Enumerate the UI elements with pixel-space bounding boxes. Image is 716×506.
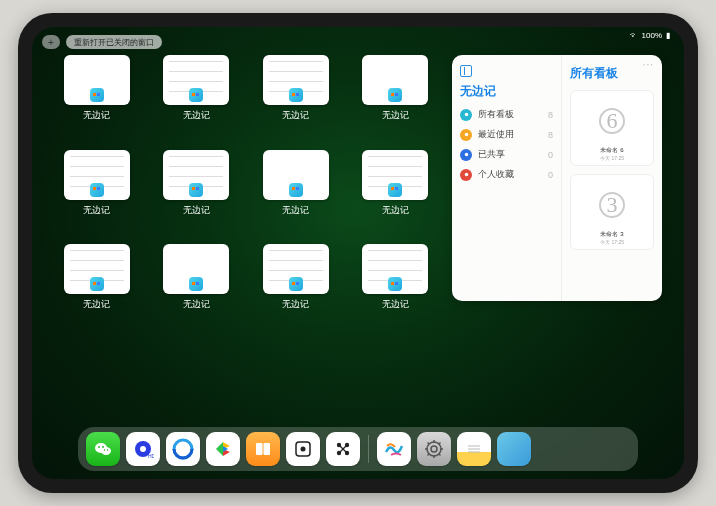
freeform-app-icon bbox=[90, 88, 104, 102]
window-thumb[interactable]: 无边记 bbox=[353, 150, 439, 235]
screen: ᯤ 100% ▮ + 重新打开已关闭的窗口 无边记无边记无边记无边记无边记无边记… bbox=[32, 27, 684, 479]
dock: HD bbox=[78, 427, 638, 471]
freeform-app-icon bbox=[289, 88, 303, 102]
svg-point-8 bbox=[104, 449, 105, 450]
board-meta: 未命名 6今天 17:25 bbox=[600, 146, 624, 161]
window-thumb[interactable]: 无边记 bbox=[154, 55, 240, 140]
freeform-app-icon bbox=[388, 183, 402, 197]
board-card[interactable]: 6未命名 6今天 17:25 bbox=[570, 90, 654, 166]
top-controls: + 重新打开已关闭的窗口 bbox=[42, 35, 162, 49]
freeform-app-icon bbox=[90, 183, 104, 197]
dice-icon[interactable] bbox=[286, 432, 320, 466]
svg-point-9 bbox=[107, 449, 108, 450]
sidebar-item-label: 所有看板 bbox=[478, 108, 514, 121]
window-preview[interactable] bbox=[362, 55, 428, 105]
notes-icon[interactable] bbox=[457, 432, 491, 466]
window-label: 无边记 bbox=[382, 204, 409, 217]
window-preview[interactable] bbox=[263, 150, 329, 200]
panel-title: 无边记 bbox=[460, 83, 553, 100]
panel-sidebar: 无边记 所有看板8最近使用8已共享0个人收藏0 bbox=[452, 55, 562, 301]
window-label: 无边记 bbox=[382, 109, 409, 122]
dock-separator bbox=[368, 435, 369, 463]
window-label: 无边记 bbox=[83, 298, 110, 311]
window-preview[interactable] bbox=[64, 55, 130, 105]
svg-point-5 bbox=[101, 447, 111, 455]
window-preview[interactable] bbox=[64, 244, 130, 294]
settings-icon[interactable] bbox=[417, 432, 451, 466]
window-preview[interactable] bbox=[64, 150, 130, 200]
reopen-closed-window-button[interactable]: 重新打开已关闭的窗口 bbox=[66, 35, 162, 49]
window-grid: 无边记无边记无边记无边记无边记无边记无边记无边记无边记无边记无边记无边记 bbox=[54, 55, 438, 423]
svg-text:HD: HD bbox=[148, 453, 154, 459]
wifi-icon: ᯤ bbox=[630, 31, 638, 40]
window-thumb[interactable]: 无边记 bbox=[253, 150, 339, 235]
wechat-icon[interactable] bbox=[86, 432, 120, 466]
sidebar-item[interactable]: 所有看板8 bbox=[460, 108, 553, 121]
freeform-app-icon bbox=[388, 277, 402, 291]
books-icon[interactable] bbox=[246, 432, 280, 466]
sidebar-item[interactable]: 个人收藏0 bbox=[460, 168, 553, 181]
sidebar-item-icon bbox=[460, 169, 472, 181]
play-icon[interactable] bbox=[206, 432, 240, 466]
window-preview[interactable] bbox=[163, 55, 229, 105]
quark-icon[interactable]: HD bbox=[126, 432, 160, 466]
window-preview[interactable] bbox=[163, 244, 229, 294]
window-preview[interactable] bbox=[362, 244, 428, 294]
freeform-app-icon bbox=[289, 277, 303, 291]
freeform-app-icon bbox=[388, 88, 402, 102]
sidebar-item[interactable]: 最近使用8 bbox=[460, 128, 553, 141]
freeform-app-icon bbox=[189, 183, 203, 197]
svg-point-26 bbox=[431, 446, 437, 452]
ipad-frame: ᯤ 100% ▮ + 重新打开已关闭的窗口 无边记无边记无边记无边记无边记无边记… bbox=[18, 13, 698, 493]
window-thumb[interactable]: 无边记 bbox=[253, 55, 339, 140]
svg-line-32 bbox=[439, 454, 441, 456]
sidebar-item-count: 8 bbox=[548, 110, 553, 120]
freeform-icon[interactable] bbox=[377, 432, 411, 466]
board-card[interactable]: 3未命名 3今天 17:25 bbox=[570, 174, 654, 250]
window-preview[interactable] bbox=[263, 55, 329, 105]
window-thumb[interactable]: 无边记 bbox=[54, 150, 140, 235]
svg-rect-16 bbox=[264, 443, 271, 455]
board-meta: 未命名 3今天 17:25 bbox=[600, 230, 624, 245]
window-thumb[interactable]: 无边记 bbox=[54, 244, 140, 329]
window-preview[interactable] bbox=[263, 244, 329, 294]
browser-icon[interactable] bbox=[166, 432, 200, 466]
connect-icon[interactable] bbox=[326, 432, 360, 466]
sidebar-item-count: 0 bbox=[548, 170, 553, 180]
window-label: 无边记 bbox=[183, 109, 210, 122]
window-thumb[interactable]: 无边记 bbox=[154, 244, 240, 329]
sidebar-toggle-icon[interactable] bbox=[460, 65, 472, 77]
sidebar-item-count: 8 bbox=[548, 130, 553, 140]
panel-right-title: 所有看板 bbox=[570, 65, 654, 82]
window-thumb[interactable]: 无边记 bbox=[353, 55, 439, 140]
window-label: 无边记 bbox=[183, 298, 210, 311]
window-preview[interactable] bbox=[163, 150, 229, 200]
svg-rect-15 bbox=[256, 443, 263, 455]
window-thumb[interactable]: 无边记 bbox=[253, 244, 339, 329]
new-window-button[interactable]: + bbox=[42, 35, 60, 49]
window-label: 无边记 bbox=[382, 298, 409, 311]
sidebar-item[interactable]: 已共享0 bbox=[460, 148, 553, 161]
svg-point-6 bbox=[98, 446, 100, 448]
window-label: 无边记 bbox=[282, 109, 309, 122]
panel-more-icon[interactable]: ··· bbox=[643, 59, 654, 70]
sidebar-item-count: 0 bbox=[548, 150, 553, 160]
board-sketch: 3 bbox=[598, 179, 626, 230]
freeform-app-icon bbox=[189, 88, 203, 102]
window-thumb[interactable]: 无边记 bbox=[154, 150, 240, 235]
freeform-app-icon bbox=[189, 277, 203, 291]
app-library-icon[interactable] bbox=[497, 432, 531, 466]
window-preview[interactable] bbox=[362, 150, 428, 200]
svg-point-3 bbox=[464, 173, 468, 177]
freeform-panel[interactable]: ··· 无边记 所有看板8最近使用8已共享0个人收藏0 所有看板 6未命名 6今… bbox=[452, 55, 662, 301]
status-bar: ᯤ 100% ▮ bbox=[630, 31, 670, 40]
sidebar-item-icon bbox=[460, 149, 472, 161]
svg-point-0 bbox=[464, 113, 468, 117]
freeform-app-icon bbox=[90, 277, 104, 291]
window-thumb[interactable]: 无边记 bbox=[54, 55, 140, 140]
sidebar-item-label: 已共享 bbox=[478, 148, 505, 161]
battery-label: 100% bbox=[642, 31, 662, 40]
freeform-app-icon bbox=[289, 183, 303, 197]
svg-line-31 bbox=[428, 443, 430, 445]
window-thumb[interactable]: 无边记 bbox=[353, 244, 439, 329]
